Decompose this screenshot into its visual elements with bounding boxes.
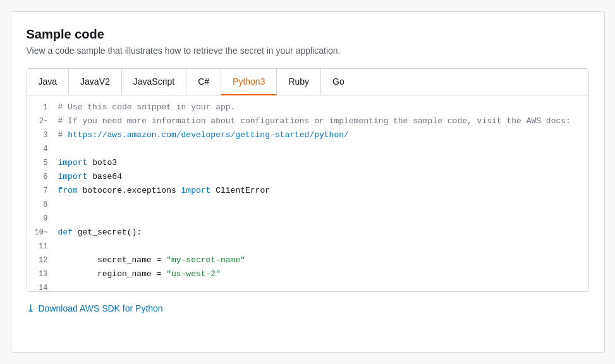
code-line-1: 1 # Use this code snippet in your app. [27, 100, 588, 114]
download-sdk-link[interactable]: ⤓ Download AWS SDK for Python [27, 302, 163, 314]
code-line-3: 3 # https://aws.amazon.com/developers/ge… [27, 128, 588, 142]
code-line-6: 6 import base64 [27, 170, 588, 184]
tab-java[interactable]: Java [27, 69, 70, 95]
download-icon: ⤓ [27, 302, 35, 314]
tab-javascript[interactable]: JavaScript [122, 69, 186, 95]
code-lines: 1 # Use this code snippet in your app. 2… [27, 95, 588, 291]
code-line-12: 12 secret_name = "my-secret-name" [27, 253, 588, 267]
code-container: Java JavaV2 JavaScript C# Python3 Ruby G… [27, 68, 589, 292]
code-line-8: 8 [27, 198, 588, 212]
code-line-9: 9 [27, 212, 588, 226]
tab-go[interactable]: Go [321, 69, 356, 95]
code-line-11: 11 [27, 240, 588, 253]
tab-javav2[interactable]: JavaV2 [69, 69, 122, 95]
code-body[interactable]: 1 # Use this code snippet in your app. 2… [27, 95, 588, 291]
page-title: Sample code [27, 27, 589, 42]
code-line-4: 4 [27, 142, 588, 156]
download-label: Download AWS SDK for Python [39, 303, 163, 313]
code-line-7: 7 from botocore.exceptions import Client… [27, 184, 588, 198]
page-subtitle: View a code sample that illustrates how … [27, 46, 589, 56]
language-tabs: Java JavaV2 JavaScript C# Python3 Ruby G… [27, 69, 588, 95]
code-line-14: 14 [27, 281, 588, 291]
code-line-10: 10~ def get_secret(): [27, 226, 588, 240]
download-section: ⤓ Download AWS SDK for Python [27, 302, 589, 314]
tab-python3[interactable]: Python3 [221, 69, 277, 95]
code-line-2: 2~ # If you need more information about … [27, 114, 588, 128]
tab-csharp[interactable]: C# [186, 69, 221, 95]
sample-code-card: Sample code View a code sample that illu… [11, 11, 605, 353]
code-line-13: 13 region_name = "us-west-2" [27, 267, 588, 281]
code-line-5: 5 import boto3 [27, 156, 588, 170]
tab-ruby[interactable]: Ruby [277, 69, 321, 95]
